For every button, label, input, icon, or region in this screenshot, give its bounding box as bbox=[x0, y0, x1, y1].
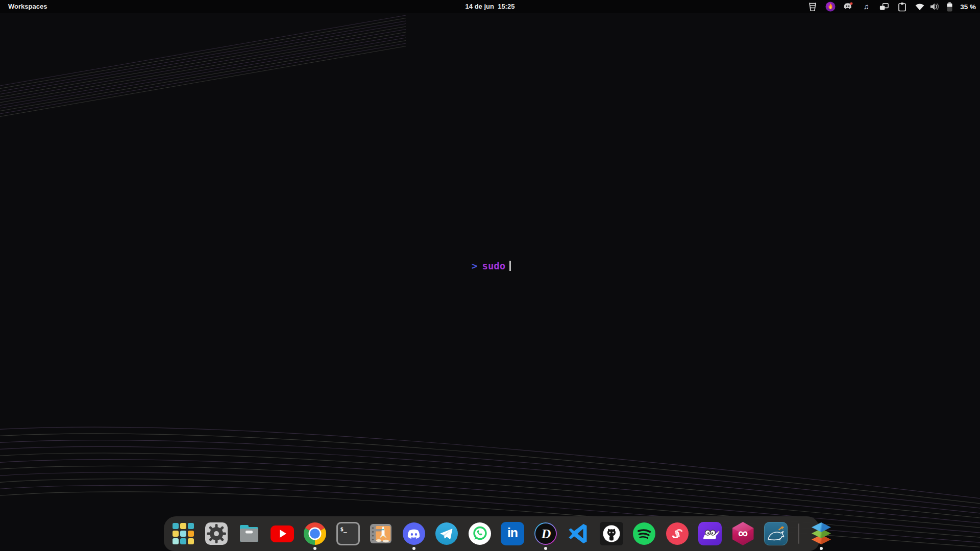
dock-item-authy[interactable] bbox=[666, 522, 689, 545]
volume-icon bbox=[929, 0, 940, 13]
top-panel: Workspaces 14 de jun 15:25 bbox=[0, 0, 980, 13]
infinity-hexagon-icon: ∞ bbox=[731, 522, 755, 545]
wallpaper-line-art bbox=[0, 0, 980, 551]
svg-text:D: D bbox=[541, 527, 551, 541]
media-player-icon[interactable]: ♫ bbox=[861, 0, 871, 13]
dock-item-whatsapp[interactable] bbox=[468, 522, 492, 545]
running-indicator bbox=[313, 547, 316, 550]
terminal-icon: $_ bbox=[336, 522, 360, 545]
dock-item-layers[interactable] bbox=[810, 522, 833, 545]
wifi-icon bbox=[915, 0, 925, 13]
dock-item-d-app[interactable]: D bbox=[534, 522, 557, 545]
running-indicator bbox=[412, 547, 415, 550]
dock-item-spotify[interactable] bbox=[632, 522, 656, 545]
dock-separator bbox=[798, 523, 799, 544]
displays-icon[interactable] bbox=[879, 0, 889, 13]
dock-item-terminal[interactable]: $_ bbox=[336, 522, 360, 545]
mysql-workbench-icon bbox=[764, 522, 788, 545]
discord-tray-icon[interactable] bbox=[843, 0, 853, 13]
dock-item-files[interactable] bbox=[237, 522, 261, 545]
dock-item-youtube[interactable] bbox=[271, 522, 294, 545]
desktop: Workspaces 14 de jun 15:25 bbox=[0, 0, 980, 551]
status-indicators[interactable]: 35 % bbox=[915, 0, 976, 13]
dock-item-settings[interactable] bbox=[205, 522, 228, 545]
dock-item-github[interactable] bbox=[600, 522, 623, 545]
running-indicator bbox=[544, 547, 547, 550]
running-indicator bbox=[820, 547, 823, 550]
battery-icon bbox=[944, 0, 954, 13]
system-tray: ♫ bbox=[807, 0, 976, 13]
dock-item-chrome[interactable] bbox=[303, 522, 327, 545]
dock-item-linkedin[interactable]: in bbox=[501, 522, 524, 545]
app-launcher-input[interactable]: > sudo bbox=[472, 260, 511, 271]
dock: $_ bbox=[164, 516, 819, 551]
dock-item-infinity[interactable]: ∞ bbox=[731, 522, 755, 545]
dock-item-discord[interactable] bbox=[402, 522, 426, 545]
clipboard-icon[interactable] bbox=[897, 0, 907, 13]
dock-item-gimp[interactable] bbox=[698, 522, 722, 545]
linkedin-icon: in bbox=[501, 522, 524, 545]
dock-item-mysql-workbench[interactable] bbox=[764, 522, 788, 545]
dock-item-vscode[interactable] bbox=[567, 522, 590, 545]
dock-item-ulauncher[interactable] bbox=[369, 522, 393, 545]
flameshot-icon[interactable] bbox=[825, 0, 836, 13]
layers-stack-icon bbox=[810, 522, 833, 545]
text-cursor bbox=[509, 261, 511, 271]
dock-item-telegram[interactable] bbox=[435, 522, 458, 545]
youtube-icon bbox=[271, 525, 294, 542]
battery-percent-label: 35 % bbox=[960, 3, 976, 11]
dock-item-app-grid[interactable] bbox=[172, 522, 195, 545]
caffeine-cup-icon[interactable] bbox=[807, 0, 818, 13]
prompt-chevron-icon: > bbox=[472, 260, 477, 271]
launcher-query-text: sudo bbox=[482, 260, 505, 271]
gimp-icon bbox=[698, 522, 722, 545]
